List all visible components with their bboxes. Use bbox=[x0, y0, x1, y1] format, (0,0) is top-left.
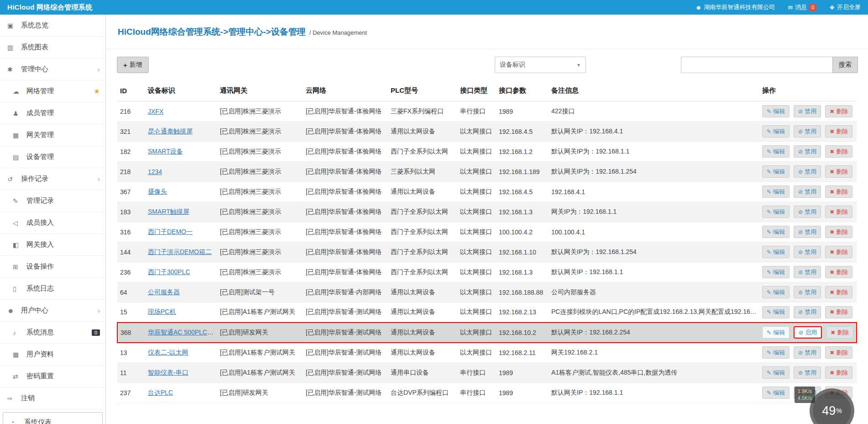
sidebar-item-member-mgmt[interactable]: ♟ 成员管理 bbox=[0, 102, 105, 124]
edit-button[interactable]: ✎ 编辑 bbox=[762, 226, 790, 238]
sidebar-item-logout[interactable]: ⇨ 注销 bbox=[0, 387, 105, 409]
toggle-enable-button[interactable]: ⊘ 禁用 bbox=[794, 206, 821, 218]
interface-param-cell: 192.168.1.2 bbox=[496, 142, 549, 162]
sidebar-item-network-mgmt[interactable]: ☁ 网络管理 ★ bbox=[0, 80, 105, 102]
toggle-enable-button[interactable]: ⊘ 禁用 bbox=[794, 246, 821, 258]
fullscreen-toggle[interactable]: ❖ 开启全屏 bbox=[829, 3, 861, 11]
edit-button[interactable]: ✎ 编辑 bbox=[762, 286, 790, 298]
interface-type-cell: 以太网接口 bbox=[457, 343, 496, 363]
delete-button[interactable]: ✖ 删除 bbox=[825, 125, 852, 138]
edit-button[interactable]: ✎ 编辑 bbox=[762, 326, 790, 339]
toggle-enable-button[interactable]: ⊘ 禁用 bbox=[794, 186, 821, 198]
device-name-link[interactable]: SMART触摸屏 bbox=[148, 208, 189, 215]
device-name-link[interactable]: 智能仪表-串口 bbox=[148, 369, 188, 376]
toggle-enable-button[interactable]: ⊘ 禁用 bbox=[794, 366, 821, 379]
percent-circle[interactable]: 49 % bbox=[810, 388, 854, 424]
device-name-link[interactable]: 昆仑通泰触摸屏 bbox=[148, 127, 193, 135]
filter-field-dropdown[interactable]: 设备标识 ▼ bbox=[495, 57, 586, 73]
device-name-link[interactable]: 西门子DEMO一 bbox=[148, 228, 193, 235]
delete-button[interactable]: ✖ 删除 bbox=[825, 246, 852, 258]
delete-button[interactable]: ✖ 删除 bbox=[825, 346, 852, 359]
delete-button[interactable]: ✖ 删除 bbox=[826, 326, 853, 339]
edit-button[interactable]: ✎ 编辑 bbox=[762, 346, 790, 359]
edit-button[interactable]: ✎ 编辑 bbox=[762, 246, 790, 258]
toggle-enable-button[interactable]: ⊘ 禁用 bbox=[794, 105, 821, 117]
sidebar-item-user-profile[interactable]: ▦ 用户资料 bbox=[0, 344, 105, 366]
toggle-enable-button[interactable]: ⊘ 禁用 bbox=[794, 226, 821, 238]
toggle-enable-button[interactable]: ⊘ 启用 bbox=[794, 326, 822, 339]
sidebar-item-charts[interactable]: ▥ 系统图表 bbox=[0, 37, 105, 58]
device-name-link[interactable]: 西门子300PLC bbox=[148, 268, 190, 276]
toggle-enable-button[interactable]: ⊘ 禁用 bbox=[794, 125, 821, 138]
edit-button[interactable]: ✎ 编辑 bbox=[762, 105, 790, 117]
note-cell: 网关IP为：192.168.1.1 bbox=[549, 202, 759, 222]
actions-cell: ✎ 编辑 ⊘ 启用 ✖ 删除 bbox=[759, 323, 857, 343]
app-title: HiCloud 网络综合管理系统 bbox=[7, 3, 92, 12]
sidebar-item-member-access[interactable]: ◁ 成员接入 bbox=[0, 212, 105, 234]
device-name-link[interactable]: 摄像头 bbox=[148, 188, 167, 195]
gateway-cell: [已启用]A1栋客户测试网关 bbox=[217, 363, 303, 383]
interface-type-cell: 以太网接口 bbox=[457, 242, 496, 262]
edit-icon: ✎ bbox=[767, 108, 771, 115]
edit-button[interactable]: ✎ 编辑 bbox=[762, 145, 790, 158]
chevron-right-icon: › bbox=[98, 65, 100, 73]
delete-button[interactable]: ✖ 删除 bbox=[825, 105, 852, 117]
sidebar-item-device-operation[interactable]: ⊞ 设备操作 bbox=[0, 256, 105, 278]
toggle-enable-button[interactable]: ⊘ 禁用 bbox=[794, 286, 821, 298]
toggle-enable-button[interactable]: ⊘ 禁用 bbox=[794, 165, 821, 178]
device-name-link[interactable]: 仪表二-以太网 bbox=[148, 349, 188, 356]
edit-button[interactable]: ✎ 编辑 bbox=[762, 387, 790, 399]
sidebar-item-system-dashboard[interactable]: ◔ 系统仪表 bbox=[3, 412, 103, 424]
sidebar-item-system-messages[interactable]: ♪ 系统消息 0 bbox=[0, 322, 105, 344]
delete-button[interactable]: ✖ 删除 bbox=[825, 286, 852, 298]
mail-icon: ✉ bbox=[788, 4, 793, 11]
delete-button[interactable]: ✖ 删除 bbox=[825, 266, 852, 278]
toggle-enable-button[interactable]: ⊘ 禁用 bbox=[794, 306, 821, 318]
sidebar-item-gateway-access[interactable]: ◧ 网关接入 bbox=[0, 234, 105, 256]
sidebar-item-overview[interactable]: ▣ 系统总览 bbox=[0, 15, 105, 37]
sidebar-item-admin-center[interactable]: ✱ 管理中心 › bbox=[0, 58, 105, 80]
delete-button[interactable]: ✖ 删除 bbox=[825, 165, 852, 178]
search-button[interactable]: 搜索 bbox=[832, 57, 858, 73]
sidebar-item-system-log[interactable]: ▯ 系统日志 bbox=[0, 278, 105, 300]
delete-button[interactable]: ✖ 删除 bbox=[825, 366, 852, 379]
edit-button[interactable]: ✎ 编辑 bbox=[762, 306, 790, 318]
edit-button[interactable]: ✎ 编辑 bbox=[762, 186, 790, 198]
edit-button[interactable]: ✎ 编辑 bbox=[762, 125, 790, 138]
network-monitor-overlay[interactable]: 1.9K/s 4.5K/s 49 % bbox=[810, 388, 854, 424]
device-name-link[interactable]: SMART设备 bbox=[148, 148, 183, 155]
delete-button[interactable]: ✖ 删除 bbox=[825, 206, 852, 218]
messages-menu[interactable]: ✉ 消息 0 bbox=[788, 3, 816, 11]
sidebar-item-user-center[interactable]: ☻ 用户中心 › bbox=[0, 300, 105, 322]
search-input[interactable] bbox=[681, 57, 832, 73]
device-id: 216 bbox=[117, 101, 145, 122]
device-name-link[interactable]: 台达PLC bbox=[148, 389, 173, 396]
add-device-button[interactable]: + 新增 bbox=[117, 57, 149, 73]
gateway-cell: [已启用]株洲三菱演示 bbox=[217, 162, 303, 182]
edit-button[interactable]: ✎ 编辑 bbox=[762, 366, 790, 379]
toggle-enable-button[interactable]: ⊘ 禁用 bbox=[794, 266, 821, 278]
device-name-link[interactable]: 西门子演示DEMO箱二 bbox=[148, 248, 212, 255]
sidebar-item-operation-log[interactable]: ↺ 操作记录 › bbox=[0, 168, 105, 190]
gateway-cell: [已启用]株洲三菱演示 bbox=[217, 142, 303, 162]
edit-button[interactable]: ✎ 编辑 bbox=[762, 206, 790, 218]
device-name-link[interactable]: 华辰智通AC 500PLC001 bbox=[148, 329, 217, 336]
toggle-enable-button[interactable]: ⊘ 禁用 bbox=[794, 145, 821, 158]
device-name-link[interactable]: JXFX bbox=[148, 108, 163, 115]
delete-button[interactable]: ✖ 删除 bbox=[825, 186, 852, 198]
delete-button[interactable]: ✖ 删除 bbox=[825, 145, 852, 158]
company-menu[interactable]: ☻ 湖南华辰智通科技有限公司 bbox=[695, 3, 775, 11]
edit-button[interactable]: ✎ 编辑 bbox=[762, 165, 790, 178]
sidebar-item-gateway-mgmt[interactable]: ▦ 网关管理 bbox=[0, 124, 105, 146]
device-name-link[interactable]: 1234 bbox=[148, 168, 162, 175]
trash-icon: ✖ bbox=[830, 309, 834, 315]
delete-button[interactable]: ✖ 删除 bbox=[825, 226, 852, 238]
sidebar-item-password-reset[interactable]: ⇄ 密码重置 bbox=[0, 366, 105, 387]
device-name-link[interactable]: 公司服务器 bbox=[148, 288, 180, 296]
edit-button[interactable]: ✎ 编辑 bbox=[762, 266, 790, 278]
toggle-enable-button[interactable]: ⊘ 禁用 bbox=[794, 346, 821, 359]
sidebar-item-device-mgmt[interactable]: ▤ 设备管理 bbox=[0, 146, 105, 168]
device-name-link[interactable]: 现场PC机 bbox=[148, 308, 176, 315]
sidebar-item-admin-log[interactable]: ✎ 管理记录 bbox=[0, 190, 105, 212]
delete-button[interactable]: ✖ 删除 bbox=[825, 306, 852, 318]
